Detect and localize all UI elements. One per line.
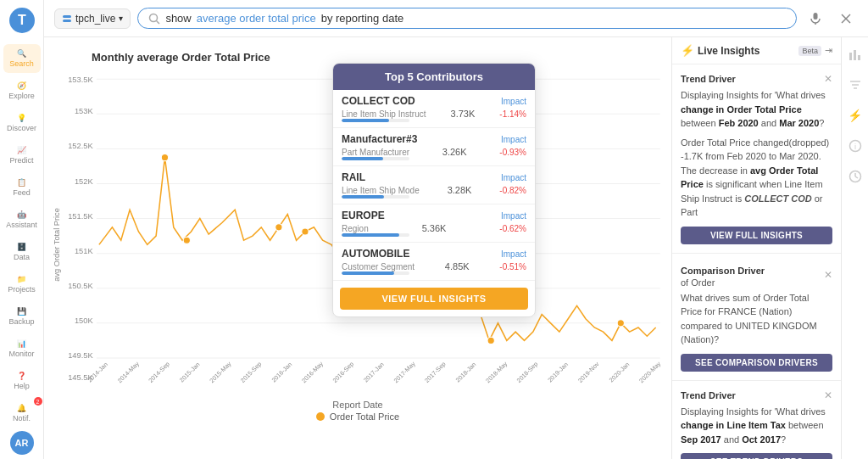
lightning-icon: ⚡ bbox=[681, 44, 694, 57]
svg-line-5 bbox=[157, 20, 160, 24]
svg-point-30 bbox=[161, 154, 168, 161]
sidebar-item-discover[interactable]: 💡 Discover bbox=[3, 109, 41, 137]
svg-text:152K: 152K bbox=[75, 177, 94, 186]
sidebar-item-predict[interactable]: 📈 Predict bbox=[3, 141, 41, 170]
view-full-insights-button[interactable]: VIEW FULL INSIGHTS bbox=[340, 288, 528, 310]
panel-header: ⚡ Live Insights Beta ⇥ bbox=[672, 37, 841, 64]
sidebar-item-search[interactable]: 🔍 Search bbox=[3, 44, 41, 73]
insight-close-2[interactable]: ✕ bbox=[824, 269, 832, 281]
svg-point-32 bbox=[302, 228, 309, 235]
main-content: tpch_live ▾ show average order total pri… bbox=[44, 0, 868, 459]
sidebar-item-assistant[interactable]: 🤖 Assistant bbox=[3, 205, 41, 234]
sidebar-label-assistant: Assistant bbox=[6, 221, 37, 229]
sidebar-label-discover: Discover bbox=[7, 124, 36, 132]
svg-text:i: i bbox=[854, 143, 856, 151]
svg-text:152.5K: 152.5K bbox=[68, 142, 93, 150]
contributor-2-sub: Part Manufacturer bbox=[342, 148, 409, 157]
feed-icon: 📋 bbox=[17, 178, 26, 187]
sidebar-item-explore[interactable]: 🧭 Explore bbox=[3, 76, 41, 105]
see-trend-drivers-btn[interactable]: SEE TREND DRIVERS bbox=[681, 453, 832, 459]
sidebar-item-notifications[interactable]: 🔔 2 Notif. bbox=[3, 399, 41, 428]
svg-text:2018-Sep: 2018-Sep bbox=[515, 360, 540, 383]
mic-button[interactable] bbox=[804, 7, 827, 31]
insight-close-1[interactable]: ✕ bbox=[824, 73, 832, 85]
svg-rect-58 bbox=[849, 53, 852, 60]
strip-lightning-icon[interactable]: ⚡ bbox=[845, 105, 865, 126]
contributor-5-impact-label: Impact bbox=[501, 249, 526, 259]
svg-point-37 bbox=[487, 337, 494, 344]
svg-text:2020-May: 2020-May bbox=[637, 360, 662, 384]
user-avatar[interactable]: AR bbox=[10, 431, 34, 455]
search-bar-icon bbox=[148, 13, 160, 25]
contributor-5-sub: Customer Segment bbox=[342, 262, 415, 271]
strip-chart-icon[interactable] bbox=[845, 44, 865, 64]
tooltip-row-3: RAIL Impact Line Item Ship Mode 3.28K -0… bbox=[333, 166, 535, 204]
chart-x-label: Report Date bbox=[51, 400, 665, 410]
db-selector[interactable]: tpch_live ▾ bbox=[54, 8, 131, 29]
svg-text:149.5K: 149.5K bbox=[68, 351, 93, 360]
app-logo[interactable]: T bbox=[8, 7, 36, 34]
strip-info-icon[interactable]: i bbox=[845, 136, 865, 156]
contributor-3-bar-fill bbox=[342, 195, 384, 199]
sidebar-item-feed[interactable]: 📋 Feed bbox=[3, 173, 41, 202]
sidebar-item-data[interactable]: 🗄️ Data bbox=[3, 238, 41, 266]
search-bar[interactable]: show average order total price by report… bbox=[137, 8, 797, 29]
insight-card-1: Trend Driver ✕ Displaying Insights for '… bbox=[672, 64, 841, 254]
contributor-5-change: -0.51% bbox=[499, 262, 526, 271]
contributor-5-name: AUTOMOBILE bbox=[342, 248, 409, 260]
info-icon: i bbox=[849, 139, 862, 153]
contributor-2-change: -0.93% bbox=[499, 148, 526, 157]
svg-text:150.5K: 150.5K bbox=[68, 282, 93, 290]
help-icon: ❓ bbox=[17, 372, 26, 380]
chevron-down-icon: ▾ bbox=[119, 14, 123, 23]
contributor-4-val: 5.36K bbox=[422, 223, 447, 233]
chart-title: Monthly average Order Total Price bbox=[92, 51, 665, 64]
insight-card-1-header: Trend Driver ✕ bbox=[681, 73, 832, 85]
view-full-insights-btn[interactable]: VIEW FULL INSIGHTS bbox=[681, 227, 832, 244]
insight-body-1: Order Total Price changed(dropped) -1.7K… bbox=[681, 136, 832, 220]
close-icon bbox=[840, 13, 852, 25]
tooltip-row-1: COLLECT COD Impact Line Item Ship Instru… bbox=[333, 90, 535, 128]
sidebar-item-projects[interactable]: 📁 Projects bbox=[3, 270, 41, 299]
insight-close-3[interactable]: ✕ bbox=[824, 389, 832, 401]
insight-card-2-header: Comparison Driver of Order ✕ bbox=[681, 262, 832, 288]
svg-text:2020-Jan: 2020-Jan bbox=[608, 361, 632, 384]
sidebar-label-predict: Predict bbox=[9, 156, 33, 165]
strip-clock-icon[interactable] bbox=[845, 166, 865, 187]
search-highlight: average order total price bbox=[197, 12, 316, 25]
contributors-tooltip: Top 5 Contributors COLLECT COD Impact Li… bbox=[332, 63, 536, 317]
svg-text:153K: 153K bbox=[75, 107, 94, 115]
sidebar-item-backup[interactable]: 💾 Backup bbox=[3, 302, 41, 331]
chart-area: Monthly average Order Total Price 153.5K… bbox=[44, 37, 671, 459]
svg-text:2014-May: 2014-May bbox=[116, 360, 141, 384]
sidebar-item-help[interactable]: ❓ Help bbox=[3, 367, 41, 395]
close-button[interactable] bbox=[834, 7, 858, 31]
svg-rect-60 bbox=[858, 55, 860, 60]
contributor-4-sub: Region bbox=[342, 224, 369, 233]
filter-icon bbox=[849, 78, 862, 92]
insight-card-2: Comparison Driver of Order ✕ What drives… bbox=[672, 254, 841, 381]
svg-text:2019-Jan: 2019-Jan bbox=[546, 361, 570, 384]
tooltip-row-5: AUTOMOBILE Impact Customer Segment 4.85K… bbox=[333, 243, 535, 281]
svg-line-68 bbox=[855, 176, 858, 178]
contributor-4-impact-label: Impact bbox=[501, 211, 526, 221]
contributor-1-bar bbox=[342, 119, 409, 122]
insight-text-1: Displaying Insights for 'What drives cha… bbox=[681, 88, 832, 131]
strip-filter-icon[interactable] bbox=[845, 75, 865, 95]
panel-expand-icon[interactable]: ⇥ bbox=[825, 45, 832, 56]
contributor-1-val: 3.73K bbox=[451, 109, 476, 119]
svg-text:2017-May: 2017-May bbox=[392, 360, 417, 384]
svg-text:2015-Sep: 2015-Sep bbox=[239, 360, 264, 383]
notifications-icon: 🔔 bbox=[17, 404, 26, 412]
contributor-1-change: -1.14% bbox=[499, 109, 526, 119]
see-comparison-drivers-btn[interactable]: SEE COMPARISON DRIVERS bbox=[681, 354, 832, 372]
svg-text:2016-May: 2016-May bbox=[300, 360, 325, 384]
insight-type-2: Comparison Driver bbox=[681, 266, 765, 276]
insight-subtype-2: of Order bbox=[681, 277, 765, 288]
contributor-2-impact-label: Impact bbox=[501, 135, 526, 144]
svg-text:2019-Nov: 2019-Nov bbox=[576, 360, 601, 384]
explore-icon: 🧭 bbox=[17, 81, 26, 90]
contributor-5-bar-fill bbox=[342, 271, 394, 275]
sidebar-item-monitor[interactable]: 📊 Monitor bbox=[3, 334, 41, 363]
contributor-2-val: 3.26K bbox=[442, 147, 467, 157]
